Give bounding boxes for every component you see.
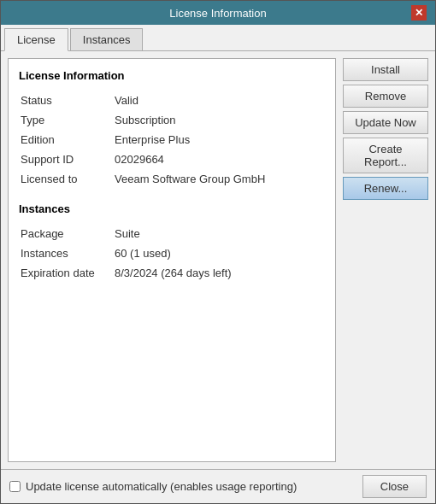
value-edition: Enterprise Plus [113, 130, 325, 149]
instances-info-table: Package Suite Instances 60 (1 used) Expi… [19, 224, 325, 283]
value-expiration: 8/3/2024 (264 days left) [113, 263, 325, 283]
update-now-button[interactable]: Update Now [343, 111, 428, 134]
table-row: Package Suite [19, 224, 325, 243]
bottom-bar: Update license automatically (enables us… [1, 469, 435, 503]
content-area: License Information Status Valid Type Su… [1, 51, 435, 469]
table-row: Instances 60 (1 used) [19, 243, 325, 263]
label-instances: Instances [19, 243, 113, 263]
tab-license[interactable]: License [4, 28, 68, 51]
value-package: Suite [113, 224, 325, 243]
table-row: Edition Enterprise Plus [19, 130, 325, 149]
value-instances: 60 (1 used) [113, 243, 325, 263]
table-row: Expiration date 8/3/2024 (264 days left) [19, 263, 325, 283]
license-info-table: Status Valid Type Subscription Edition E… [19, 91, 325, 189]
label-expiration: Expiration date [19, 263, 113, 283]
table-row: Type Subscription [19, 110, 325, 130]
value-support-id: 02029664 [113, 149, 325, 169]
table-row: Status Valid [19, 91, 325, 110]
tab-instances[interactable]: Instances [70, 28, 144, 50]
title-bar: License Information ✕ [1, 1, 435, 25]
auto-update-label: Update license automatically (enables us… [26, 480, 297, 493]
install-button[interactable]: Install [343, 58, 428, 81]
license-section-title: License Information [19, 69, 325, 82]
label-package: Package [19, 224, 113, 243]
close-button[interactable]: Close [362, 475, 427, 498]
side-buttons: Install Remove Update Now Create Report.… [343, 58, 428, 462]
tab-bar: License Instances [1, 25, 435, 51]
remove-button[interactable]: Remove [343, 85, 428, 108]
table-row: Licensed to Veeam Software Group GmbH [19, 169, 325, 189]
label-support-id: Support ID [19, 149, 113, 169]
table-row: Support ID 02029664 [19, 149, 325, 169]
main-panel: License Information Status Valid Type Su… [8, 58, 336, 462]
value-status: Valid [113, 91, 325, 110]
auto-update-checkbox[interactable] [9, 481, 21, 492]
label-edition: Edition [19, 130, 113, 149]
dialog-title: License Information [25, 7, 411, 20]
label-status: Status [19, 91, 113, 110]
dialog: License Information ✕ License Instances … [0, 0, 436, 504]
create-report-button[interactable]: Create Report... [343, 138, 428, 173]
instances-section-title: Instances [19, 202, 325, 215]
label-type: Type [19, 110, 113, 130]
title-close-button[interactable]: ✕ [411, 5, 427, 21]
value-type: Subscription [113, 110, 325, 130]
renew-button[interactable]: Renew... [343, 177, 428, 200]
value-licensed-to: Veeam Software Group GmbH [113, 169, 325, 189]
auto-update-checkbox-label[interactable]: Update license automatically (enables us… [9, 480, 297, 493]
label-licensed-to: Licensed to [19, 169, 113, 189]
